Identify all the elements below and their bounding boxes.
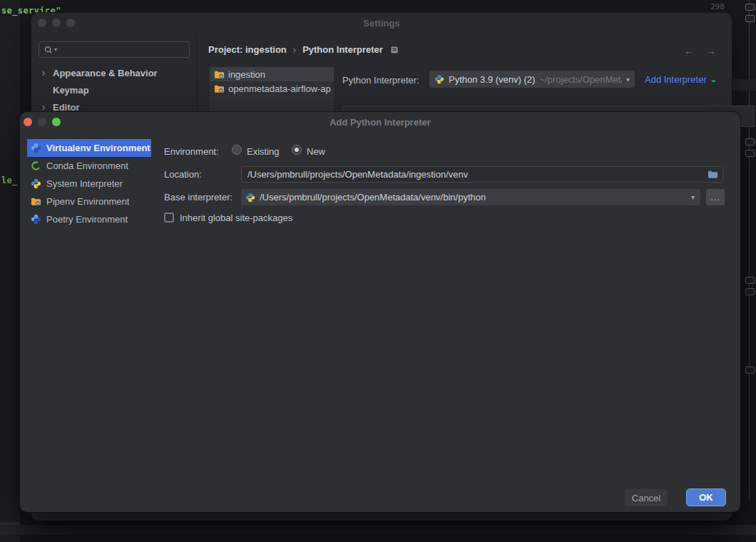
breadcrumb-project[interactable]: Project: ingestion — [208, 44, 287, 55]
python-icon — [434, 74, 444, 84]
chevron-down-icon: ⌄ — [710, 75, 717, 84]
environment-label: Environment: — [164, 146, 219, 157]
location-value: /Users/pmbrull/projects/OpenMetadata/ing… — [247, 169, 708, 180]
folder-python-icon — [214, 69, 225, 80]
sidebar-item-poetry[interactable]: Poetry Environment — [27, 210, 151, 228]
sidebar-item-virtualenv[interactable]: Virtualenv Environment — [27, 139, 151, 157]
radio-new[interactable] — [292, 145, 302, 155]
dropdown-arrow-icon: ▾ — [626, 76, 630, 83]
editor-fold-line — [749, 0, 750, 502]
conda-icon — [31, 160, 41, 171]
interpreter-value: Python 3.9 (venv) (2) — [449, 74, 535, 85]
folder-icon[interactable] — [708, 169, 718, 180]
dialog-title: Add Python Interpreter — [20, 117, 740, 128]
chevron-right-icon[interactable]: › — [39, 101, 48, 113]
python-blue-icon — [31, 214, 41, 225]
search-icon — [44, 45, 53, 55]
editor-background — [0, 0, 20, 542]
fold-marker-icon[interactable] — [745, 15, 755, 22]
base-interpreter-label: Base interpreter: — [164, 192, 233, 203]
radio-existing[interactable] — [232, 145, 242, 155]
sidebar-item-label: Conda Environment — [46, 160, 128, 171]
ok-button[interactable]: OK — [686, 489, 726, 506]
radio-new-label[interactable]: New — [307, 146, 325, 157]
project-label: ingestion — [228, 69, 265, 80]
python-icon — [245, 193, 255, 203]
base-interpreter-dropdown[interactable]: /Users/pmbrull/projects/OpenMetadata/ven… — [241, 189, 700, 205]
settings-nav-appearance[interactable]: › Appearance & Behavior — [39, 64, 194, 81]
nav-item-label: Keymap — [53, 85, 89, 96]
cancel-button[interactable]: Cancel — [625, 489, 668, 506]
inherit-checkbox[interactable] — [164, 213, 174, 223]
nav-item-label: Editor — [53, 102, 80, 113]
screen: se_service" le_ 298 Settings ▾ — [0, 0, 756, 542]
settings-title: Settings — [31, 18, 732, 29]
fold-marker-icon[interactable] — [745, 277, 755, 284]
interpreter-type-list: Virtualenv Environment Conda Environment — [27, 139, 151, 228]
add-interpreter-label: Add Interpreter — [645, 74, 707, 85]
project-list: ingestion openmetadata-airflow-ap — [210, 67, 334, 113]
statusbar-band — [0, 525, 756, 535]
folder-python-icon — [214, 83, 225, 94]
breadcrumb: Project: ingestion › Python Interpreter — [208, 44, 398, 55]
editor-line-number: 298 — [710, 2, 725, 11]
project-row-openmetadata[interactable]: openmetadata-airflow-ap — [210, 81, 334, 96]
search-caret-icon: ▾ — [54, 46, 57, 53]
editor-code-fragment: le_ — [1, 175, 18, 185]
add-interpreter-dialog: Add Python Interpreter Virtualenv Enviro… — [20, 112, 740, 512]
fold-marker-icon[interactable] — [745, 367, 755, 374]
project-label: openmetadata-airflow-ap — [228, 83, 331, 94]
inherit-checkbox-label[interactable]: Inherit global site-packages — [180, 213, 292, 223]
interpreter-path: ~/projects/OpenMetad — [539, 74, 622, 85]
interpreter-label: Python Interpreter: — [342, 75, 419, 86]
nav-item-label: Appearance & Behavior — [53, 68, 158, 78]
location-input[interactable]: /Users/pmbrull/projects/OpenMetadata/ing… — [241, 166, 723, 183]
folder-python-icon — [31, 196, 41, 207]
sidebar-item-label: Poetry Environment — [46, 214, 128, 225]
breadcrumb-separator-icon: › — [293, 44, 296, 55]
fold-marker-icon[interactable] — [745, 150, 755, 157]
fold-marker-icon[interactable] — [745, 4, 755, 11]
radio-existing-label[interactable]: Existing — [247, 146, 280, 157]
interpreter-dropdown[interactable]: Python 3.9 (venv) (2) ~/projects/OpenMet… — [429, 71, 635, 88]
sidebar-item-label: Virtualenv Environment — [46, 143, 150, 153]
base-interpreter-value: /Users/pmbrull/projects/OpenMetadata/ven… — [260, 192, 687, 203]
dropdown-arrow-icon: ▾ — [691, 193, 695, 201]
python-blue-icon — [31, 143, 41, 153]
location-label: Location: — [164, 169, 202, 180]
settings-nav: › Appearance & Behavior Keymap › Editor — [39, 64, 194, 116]
fold-marker-icon[interactable] — [745, 288, 755, 295]
back-arrow-icon[interactable]: ← — [684, 44, 695, 56]
sidebar-item-pipenv[interactable]: Pipenv Environment — [27, 193, 151, 210]
sidebar-item-conda[interactable]: Conda Environment — [27, 157, 151, 175]
settings-search-input[interactable]: ▾ — [39, 41, 190, 58]
sidebar-item-label: System Interpreter — [46, 178, 123, 189]
editor-highlight-band — [732, 79, 756, 91]
breadcrumb-page: Python Interpreter — [302, 44, 383, 55]
python-icon — [31, 178, 41, 189]
add-interpreter-link[interactable]: Add Interpreter ⌄ — [645, 74, 717, 85]
settings-nav-keymap[interactable]: Keymap — [39, 81, 194, 98]
sidebar-item-system[interactable]: System Interpreter — [27, 175, 151, 193]
sidebar-item-label: Pipenv Environment — [46, 196, 129, 207]
browse-button[interactable]: ... — [706, 189, 725, 205]
archive-icon — [391, 46, 398, 53]
project-row-ingestion[interactable]: ingestion — [210, 67, 334, 81]
chevron-right-icon[interactable]: › — [39, 67, 48, 78]
forward-arrow-icon[interactable]: → — [705, 44, 716, 56]
fold-marker-icon[interactable] — [745, 138, 755, 145]
